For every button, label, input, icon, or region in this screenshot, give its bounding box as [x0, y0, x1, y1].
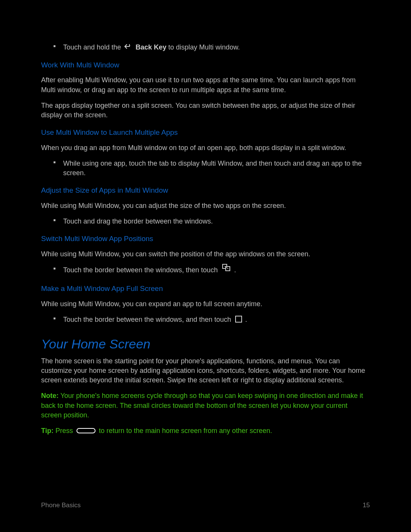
- back-key-label: Back Key: [135, 43, 166, 51]
- note-text: Your phone's home screens cycle through …: [41, 392, 363, 419]
- back-key-icon: [124, 43, 132, 53]
- list-item: Touch and drag the border between the wi…: [41, 217, 370, 226]
- paragraph: While using Multi Window, you can adjust…: [41, 201, 370, 211]
- subhead-adjust-size: Adjust the Size of Apps in Multi Window: [41, 185, 370, 196]
- tip-block: Tip: Press to return to the main home sc…: [41, 426, 370, 436]
- home-button-icon: [76, 428, 96, 433]
- note-label: Note:: [41, 392, 59, 399]
- tip-press: Press: [54, 427, 75, 435]
- text: .: [234, 266, 236, 274]
- tip-label: Tip:: [41, 427, 54, 435]
- bullet-list: Touch and drag the border between the wi…: [41, 217, 370, 226]
- bullet-list: Touch the border between the windows, an…: [41, 315, 370, 324]
- subhead-work-with: Work With Multi Window: [41, 60, 370, 70]
- list-item: Touch the border between the windows, th…: [41, 265, 370, 276]
- footer-page-number: 15: [363, 501, 370, 510]
- bullet-list: Touch and hold the Back Key to display M…: [41, 43, 370, 53]
- bullet-list: While using one app, touch the tab to di…: [41, 159, 370, 178]
- text: Touch the border between the windows, an…: [63, 316, 233, 323]
- subhead-launch-multiple: Use Multi Window to Launch Multiple Apps: [41, 128, 370, 138]
- section-heading-home-screen: Your Home Screen: [41, 335, 370, 353]
- list-item: Touch and hold the Back Key to display M…: [41, 43, 370, 53]
- paragraph: While using Multi Window, you can switch…: [41, 249, 370, 259]
- paragraph: After enabling Multi Window, you can use…: [41, 75, 370, 94]
- footer-section: Phone Basics: [41, 501, 81, 510]
- list-item: Touch the border between the windows, an…: [41, 315, 370, 324]
- document-body: Touch and hold the Back Key to display M…: [41, 43, 370, 436]
- list-item: While using one app, touch the tab to di…: [41, 159, 370, 178]
- paragraph: While using Multi Window, you can expand…: [41, 299, 370, 309]
- subhead-switch-positions: Switch Multi Window App Positions: [41, 234, 370, 244]
- tip-post: to return to the main home screen from a…: [99, 427, 272, 435]
- paragraph: The home screen is the starting point fo…: [41, 356, 370, 385]
- page-footer: Phone Basics 15: [41, 501, 370, 510]
- text: to display Multi window.: [168, 43, 240, 51]
- text: .: [245, 316, 247, 323]
- text: Touch and hold the: [63, 43, 123, 51]
- swap-windows-icon: [222, 264, 231, 275]
- subhead-full-screen: Make a Multi Window App Full Screen: [41, 284, 370, 294]
- fullscreen-icon: [235, 316, 242, 323]
- text: Touch the border between the windows, th…: [63, 266, 220, 274]
- bullet-list: Touch the border between the windows, th…: [41, 265, 370, 276]
- note-block: Note: Your phone's home screens cycle th…: [41, 391, 370, 420]
- paragraph: When you drag an app from Multi window o…: [41, 143, 370, 153]
- paragraph: The apps display together on a split scr…: [41, 101, 370, 120]
